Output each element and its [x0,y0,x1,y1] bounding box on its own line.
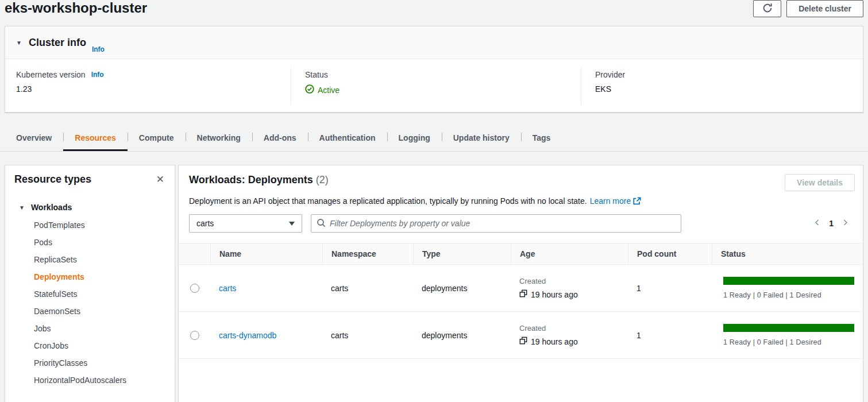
provider-field: Provider EKS [581,67,863,105]
sidebar-group-workloads[interactable]: ▼ Workloads [14,203,165,212]
status-check-icon [305,84,314,95]
deployments-count: (2) [316,174,329,185]
workloads-group-label: Workloads [31,203,72,212]
view-details-button[interactable]: View details [785,174,855,191]
previous-page-button[interactable] [811,217,823,230]
external-link-icon [633,198,641,207]
table-row: carts-dynamodb carts deployments Created… [179,312,863,359]
status-field: Status Active [291,67,581,105]
status-cell: 1 Ready | 0 Failed | 1 Desired [712,277,863,299]
sidebar-item-cronjobs[interactable]: CronJobs [14,337,165,354]
kubernetes-version-info-link[interactable]: Info [91,71,104,79]
learn-more-link[interactable]: Learn more [590,196,631,206]
tab-networking[interactable]: Networking [186,126,252,151]
eks-cluster-page: eks-workshop-cluster Delete cluster ▼ Cl… [0,0,868,402]
page-header: eks-workshop-cluster Delete cluster [5,0,863,23]
panel-title: Workloads: Deployments(2) [189,174,329,186]
age-cell: Created 19 hours ago [511,277,628,299]
sidebar-item-horizontalpodautoscalers[interactable]: HorizontalPodAutoscalers [14,372,165,389]
column-status[interactable]: Status [712,243,863,264]
column-age[interactable]: Age [511,243,628,264]
status-caption: 1 Ready | 0 Failed | 1 Desired [723,291,854,299]
resource-types-title: Resource types [14,173,91,185]
copy-icon[interactable] [519,337,527,346]
selected-filter-value: carts [196,219,214,228]
search-input[interactable] [330,219,676,228]
tab-resources[interactable]: Resources [63,126,128,151]
current-page: 1 [829,219,834,228]
namespace-cell: carts [322,284,413,293]
type-cell: deployments [413,331,511,340]
copy-icon[interactable] [519,289,527,299]
header-actions: Delete cluster [753,0,863,17]
cluster-tabs: Overview Resources Compute Networking Ad… [0,126,868,152]
sidebar-item-replicasets[interactable]: ReplicaSets [14,251,165,268]
pagination: 1 [811,217,855,230]
namespace-cell: carts [322,331,413,340]
kubernetes-version-value: 1.23 [16,84,291,94]
delete-cluster-button[interactable]: Delete cluster [786,0,863,17]
column-namespace[interactable]: Namespace [322,243,413,264]
provider-label: Provider [595,70,625,79]
sidebar-item-statefulsets[interactable]: StatefulSets [14,285,165,303]
pod-count-cell: 1 [628,331,712,340]
sidebar-item-jobs[interactable]: Jobs [14,320,165,337]
refresh-button[interactable] [753,0,781,17]
deployment-name-link[interactable]: carts [219,284,236,293]
property-filter-select[interactable]: carts [189,214,302,233]
resource-type-list: PodTemplates Pods ReplicaSets Deployment… [14,217,165,389]
column-name[interactable]: Name [210,243,322,264]
kubernetes-version-field: Kubernetes version Info 1.23 [5,67,291,105]
cluster-info-header[interactable]: ▼ Cluster info Info [5,26,863,59]
chevron-left-icon [813,219,821,228]
caret-down-icon: ▼ [19,204,25,211]
cluster-info-title: Cluster info [29,37,86,49]
sidebar-item-priorityclasses[interactable]: PriorityClasses [14,354,165,372]
provider-value: EKS [595,84,863,94]
select-caret-icon [289,222,295,226]
tab-tags[interactable]: Tags [521,126,562,151]
sidebar-item-daemonsets[interactable]: DaemonSets [14,303,165,320]
resource-types-panel: Resource types ✕ ▼ Workloads PodTemplate… [5,165,175,402]
cluster-info-fields: Kubernetes version Info 1.23 Status Acti… [5,59,863,113]
status-bar [723,277,854,285]
chevron-right-icon [842,219,849,228]
row-radio[interactable] [190,331,199,340]
row-radio[interactable] [190,284,199,293]
tab-update-history[interactable]: Update history [442,126,521,151]
tab-logging[interactable]: Logging [387,126,442,151]
deployments-table: Name Namespace Type Age Pod count Status… [179,243,863,359]
sidebar-item-pods[interactable]: Pods [14,234,165,251]
caret-down-icon[interactable]: ▼ [16,40,22,46]
close-icon[interactable]: ✕ [155,173,165,185]
status-label: Status [305,70,328,79]
status-cell: 1 Ready | 0 Failed | 1 Desired [712,324,863,346]
cluster-info-info-link[interactable]: Info [92,26,105,59]
deployment-name-link[interactable]: carts-dynamodb [219,331,276,340]
search-box [311,214,681,233]
cluster-info-section: ▼ Cluster info Info Kubernetes version I… [5,26,863,113]
deployments-panel: Workloads: Deployments(2) View details D… [178,165,863,402]
sidebar-item-podtemplates[interactable]: PodTemplates [14,217,165,234]
status-caption: 1 Ready | 0 Failed | 1 Desired [723,338,854,346]
tab-overview[interactable]: Overview [5,126,63,151]
kubernetes-version-label: Kubernetes version [16,70,86,79]
search-icon [317,218,326,229]
column-type[interactable]: Type [413,243,511,264]
tab-add-ons[interactable]: Add-ons [252,126,308,151]
table-row: carts carts deployments Created 19 hours… [179,265,863,312]
age-cell: Created 19 hours ago [511,324,628,346]
refresh-icon [762,3,773,15]
type-cell: deployments [413,284,511,293]
page-title: eks-workshop-cluster [5,0,147,16]
tab-compute[interactable]: Compute [128,126,186,151]
status-value: Active [318,86,340,95]
table-header: Name Namespace Type Age Pod count Status [179,243,863,265]
column-pod-count[interactable]: Pod count [628,243,712,264]
sidebar-item-deployments[interactable]: Deployments [14,268,165,285]
tab-authentication[interactable]: Authentication [308,126,387,151]
status-bar [723,324,854,332]
next-page-button[interactable] [839,217,851,230]
pod-count-cell: 1 [628,284,712,293]
panel-description: Deployment is an API object that manages… [179,191,863,207]
